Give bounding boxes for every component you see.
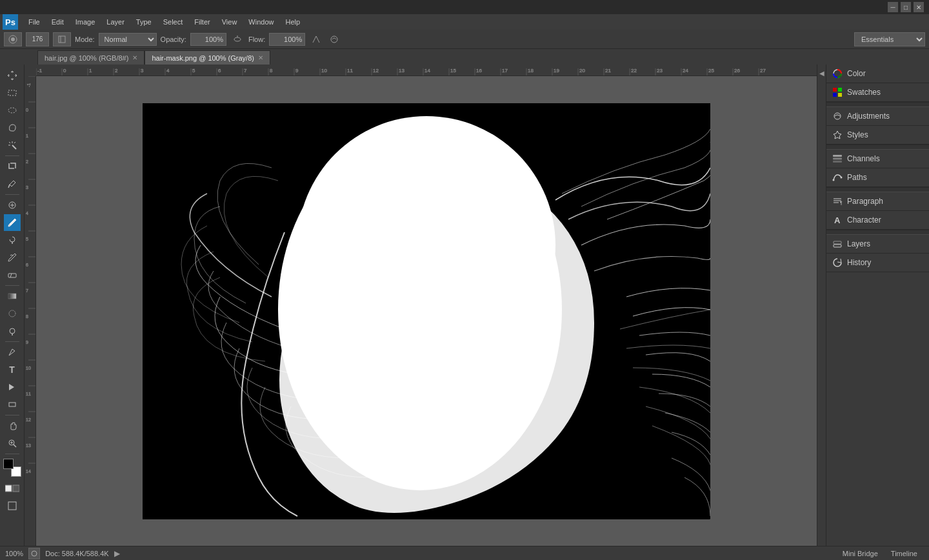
- svg-rect-29: [8, 502, 16, 510]
- svg-text:26: 26: [734, 68, 740, 74]
- shape-tool[interactable]: [4, 396, 21, 413]
- panel-item-layers[interactable]: Layers: [826, 235, 929, 254]
- airbrush-toggle[interactable]: [230, 32, 245, 46]
- svg-text:22: 22: [631, 68, 637, 74]
- menu-help[interactable]: Help: [280, 17, 305, 27]
- svg-point-137: [841, 177, 843, 179]
- lasso-tool[interactable]: [4, 119, 21, 136]
- history-brush-tool[interactable]: [4, 249, 21, 266]
- panel-collapse-button[interactable]: ◀: [817, 65, 826, 546]
- paths-panel-icon: [832, 172, 843, 183]
- tab-close-mask[interactable]: ✕: [258, 54, 263, 61]
- doc-info: Doc: 588.4K/588.4K: [45, 550, 108, 557]
- panel-item-color[interactable]: Color: [826, 65, 929, 83]
- tool-divider-2: [5, 194, 19, 195]
- svg-text:4: 4: [26, 211, 28, 215]
- tool-preset-picker[interactable]: [4, 32, 22, 46]
- svg-line-17: [10, 274, 12, 277]
- paths-panel-label: Paths: [847, 173, 867, 182]
- svg-text:6: 6: [218, 68, 221, 74]
- proof-setup-icon[interactable]: [28, 548, 40, 559]
- elliptical-marquee-tool[interactable]: [4, 102, 21, 119]
- mini-bridge-tab[interactable]: Mini Bridge: [836, 548, 884, 559]
- screen-mode[interactable]: [4, 497, 21, 514]
- tab-hair-mask[interactable]: hair-mask.png @ 100% (Gray/8) ✕: [145, 50, 270, 65]
- canvas[interactable]: [143, 103, 710, 519]
- panel-separator-3: [826, 187, 929, 192]
- erase-to-history-btn[interactable]: [327, 32, 341, 46]
- panel-item-adjustments[interactable]: Adjustments: [826, 107, 929, 126]
- gradient-tool[interactable]: [4, 288, 21, 305]
- svg-text:5: 5: [26, 237, 28, 241]
- tab-close-hair[interactable]: ✕: [132, 54, 137, 61]
- channels-panel-label: Channels: [847, 154, 880, 163]
- status-expand-button[interactable]: ▶: [114, 549, 120, 558]
- opacity-label: Opacity:: [161, 35, 186, 43]
- svg-text:7: 7: [244, 68, 247, 74]
- type-tool[interactable]: T: [4, 361, 21, 378]
- minimize-button[interactable]: ─: [888, 2, 898, 12]
- svg-point-6: [331, 36, 337, 43]
- pen-tool[interactable]: [4, 344, 21, 361]
- color-panel-label: Color: [847, 69, 866, 78]
- svg-text:19: 19: [554, 68, 559, 74]
- svg-rect-22: [9, 403, 15, 406]
- eraser-tool[interactable]: [4, 266, 21, 283]
- panel-item-character[interactable]: A Character: [826, 211, 929, 230]
- panel-item-history[interactable]: History: [826, 254, 929, 272]
- brush-options-button[interactable]: [53, 32, 71, 46]
- panel-item-swatches[interactable]: Swatches: [826, 83, 929, 102]
- brush-tool[interactable]: [4, 214, 21, 231]
- svg-point-8: [8, 108, 16, 113]
- foreground-color[interactable]: [3, 459, 14, 469]
- blur-tool[interactable]: [4, 305, 21, 322]
- magic-wand-tool[interactable]: [4, 137, 21, 154]
- menu-image[interactable]: Image: [70, 17, 101, 27]
- quick-mask-mode[interactable]: [4, 480, 21, 497]
- rectangular-marquee-tool[interactable]: [4, 85, 21, 101]
- panel-item-paragraph[interactable]: ¶ Paragraph: [826, 192, 929, 211]
- clone-stamp-tool[interactable]: [4, 232, 21, 248]
- workspace-select[interactable]: Essentials: [854, 32, 925, 46]
- svg-rect-27: [5, 485, 12, 492]
- svg-rect-28: [13, 485, 19, 492]
- menu-filter[interactable]: Filter: [189, 17, 215, 27]
- healing-brush-tool[interactable]: [4, 197, 21, 214]
- svg-text:23: 23: [657, 68, 663, 74]
- dodge-tool[interactable]: [4, 323, 21, 339]
- crop-tool[interactable]: [4, 158, 21, 175]
- close-button[interactable]: ✕: [914, 2, 924, 12]
- menu-layer[interactable]: Layer: [101, 17, 130, 27]
- window-controls[interactable]: ─ □ ✕: [888, 2, 924, 12]
- hand-tool[interactable]: [4, 417, 21, 434]
- tablet-pressure-btn[interactable]: [309, 32, 323, 46]
- brush-size-display[interactable]: 176: [26, 32, 49, 46]
- panel-item-styles[interactable]: Styles: [826, 126, 929, 145]
- menu-type[interactable]: Type: [131, 17, 157, 27]
- zoom-tool[interactable]: [4, 435, 21, 452]
- swatches-panel-label: Swatches: [847, 88, 881, 97]
- bottom-panel-tabs: Mini Bridge Timeline: [836, 548, 924, 559]
- mode-select[interactable]: Normal Multiply Screen: [99, 33, 157, 46]
- options-bar: 176 Mode: Normal Multiply Screen Opacity…: [0, 30, 929, 49]
- svg-text:27: 27: [760, 68, 766, 74]
- character-panel-icon: A: [832, 214, 843, 226]
- layers-panel-label: Layers: [847, 239, 870, 248]
- move-tool[interactable]: [4, 67, 21, 84]
- menu-window[interactable]: Window: [243, 17, 279, 27]
- tab-hair-jpg[interactable]: hair.jpg @ 100% (RGB/8#) ✕: [37, 50, 145, 65]
- timeline-tab[interactable]: Timeline: [884, 548, 924, 559]
- menu-file[interactable]: File: [23, 17, 45, 27]
- maximize-button[interactable]: □: [901, 2, 911, 12]
- color-swatch[interactable]: [3, 459, 21, 477]
- path-selection-tool[interactable]: [4, 379, 21, 395]
- panel-item-channels[interactable]: Channels: [826, 150, 929, 168]
- menu-edit[interactable]: Edit: [46, 17, 69, 27]
- eyedropper-tool[interactable]: [4, 175, 21, 192]
- panel-item-paths[interactable]: Paths: [826, 168, 929, 187]
- menu-select[interactable]: Select: [158, 17, 188, 27]
- menu-view[interactable]: View: [217, 17, 243, 27]
- svg-text:¶: ¶: [840, 201, 843, 205]
- flow-input[interactable]: [269, 33, 305, 46]
- opacity-input[interactable]: [190, 33, 226, 46]
